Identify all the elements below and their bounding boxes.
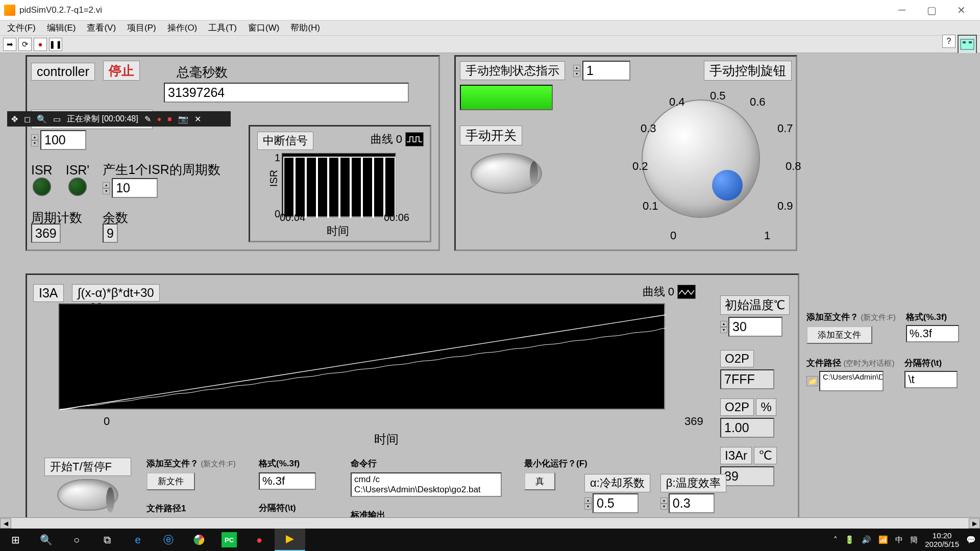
manual-status-stepper[interactable]: ▲▼: [573, 65, 580, 77]
tray-clock[interactable]: 10:20 2020/5/15: [925, 531, 959, 548]
fr-sep-label: 分隔符(\t): [904, 357, 958, 369]
fr-add-button[interactable]: 添加至文件: [806, 326, 872, 344]
formula-label: ∫(x-α)*β*dt+30: [72, 284, 160, 302]
newfile-button[interactable]: 新文件: [146, 472, 195, 490]
fmt-label: 格式(%.3f): [259, 458, 335, 469]
menu-operate[interactable]: 操作(O): [163, 21, 202, 35]
isr-xlabel: 时间: [327, 223, 349, 239]
i3ar-field: 89: [720, 466, 774, 486]
scroll-right-icon[interactable]: ▶: [969, 518, 980, 529]
workspace-scrollbar[interactable]: ◀ ▶: [0, 517, 980, 529]
tray-ime1[interactable]: 中: [895, 535, 903, 545]
tray-volume-icon[interactable]: 🔊: [862, 535, 871, 544]
recorder-camera-icon[interactable]: 📷: [178, 114, 188, 124]
play-switch-toggle[interactable]: [57, 479, 118, 511]
window-minimize-icon[interactable]: ─: [887, 1, 917, 20]
totalms-field[interactable]: 31397264: [164, 83, 409, 103]
o2pp-label: O2P: [720, 398, 754, 416]
menu-view[interactable]: 查看(V): [83, 21, 120, 35]
tray-notifications-icon[interactable]: 💬: [966, 535, 976, 544]
vi-icon[interactable]: [958, 35, 977, 54]
manual-knob[interactable]: [642, 99, 760, 218]
run-button[interactable]: ➡: [3, 38, 16, 51]
scale-08: 0.8: [786, 160, 801, 173]
minrun-button[interactable]: 真: [524, 472, 555, 490]
fr-add-label: 添加至文件？: [806, 312, 859, 322]
scroll-left-icon[interactable]: ◀: [0, 518, 11, 529]
tray-battery-icon[interactable]: 🔋: [845, 535, 854, 544]
main-xend: 369: [684, 415, 703, 428]
ie-icon[interactable]: ⓔ: [153, 529, 184, 551]
svg-rect-1: [963, 41, 966, 43]
i3ar-unit: ℃: [754, 447, 777, 464]
recorder-record-icon[interactable]: ●: [157, 115, 161, 123]
fmt-field[interactable]: %.3f: [259, 472, 316, 490]
recorder-close-icon[interactable]: ✕: [194, 114, 201, 124]
abort-button[interactable]: ●: [34, 38, 47, 51]
recorder-stop-icon[interactable]: ■: [167, 115, 172, 123]
tray-ime2[interactable]: 簡: [910, 535, 918, 545]
recorder-search-icon[interactable]: 🔍: [37, 114, 47, 124]
recorder-move-icon[interactable]: ✥: [11, 114, 18, 124]
alpha-field[interactable]: 0.5: [593, 493, 639, 513]
scale-01: 0.1: [643, 199, 658, 213]
tray-wifi-icon[interactable]: 📶: [878, 535, 888, 544]
edge-icon[interactable]: e: [122, 529, 153, 551]
fr-path-field[interactable]: C:\Users\Admin\Desktop\: [819, 371, 884, 391]
pause-button[interactable]: ❚❚: [49, 38, 62, 51]
main-legend-swatch: [677, 285, 696, 299]
manual-switch-toggle[interactable]: [471, 153, 542, 194]
chrome-icon[interactable]: [184, 529, 214, 551]
inittemp-field[interactable]: 30: [728, 317, 782, 337]
start-icon[interactable]: ⊞: [0, 529, 31, 551]
window-close-icon[interactable]: ✕: [946, 1, 976, 20]
recorder-box-icon[interactable]: ◻: [24, 114, 31, 124]
menu-tools[interactable]: 工具(T): [204, 21, 241, 35]
manual-control-panel: 手动控制状态指示 ▲▼ 1 手动控制旋钮 手动开关 0 0.1 0.2 0.3 …: [454, 55, 797, 251]
alpha-stepper[interactable]: ▲▼: [584, 497, 592, 510]
isr-chart-plot: [282, 153, 396, 217]
waitms-field[interactable]: 100: [40, 130, 86, 150]
labview-app-icon[interactable]: [275, 529, 305, 551]
inittemp-stepper[interactable]: ▲▼: [720, 321, 727, 333]
fr-fmt-field[interactable]: %.3f: [906, 325, 959, 342]
taskview-icon[interactable]: ⧉: [92, 529, 122, 551]
stop-button[interactable]: 停止: [103, 61, 140, 81]
waitms-stepper[interactable]: ▲▼: [31, 134, 38, 146]
genisr-label: 产生1个ISR的周期数: [103, 161, 220, 178]
beta-stepper[interactable]: ▲▼: [660, 497, 668, 510]
tray-chevron-icon[interactable]: ˄: [834, 535, 838, 544]
scale-0: 0: [670, 229, 676, 242]
fr-sep-field[interactable]: \t: [904, 371, 958, 388]
menu-file[interactable]: 文件(F): [3, 21, 40, 35]
floating-file-controls: 添加至文件？ (新文件:F) 添加至文件 格式(%.3f) %.3f 文件路径 …: [806, 311, 975, 405]
run-continuous-button[interactable]: ⟳: [18, 38, 32, 51]
cortana-icon[interactable]: ○: [61, 529, 92, 551]
menu-window[interactable]: 窗口(W): [244, 21, 283, 35]
context-help-icon[interactable]: ?: [942, 35, 955, 48]
search-icon[interactable]: 🔍: [31, 529, 61, 551]
window-maximize-icon[interactable]: ▢: [917, 1, 946, 20]
beta-field[interactable]: 0.3: [669, 493, 715, 513]
genisr-stepper[interactable]: ▲▼: [103, 182, 110, 194]
filepath-browse-icon[interactable]: 📁: [806, 376, 818, 386]
recorder-pencil-icon[interactable]: ✎: [144, 114, 151, 124]
main-xstart: 0: [104, 415, 110, 428]
toolbar: ➡ ⟳ ● ❚❚ ?: [0, 36, 980, 53]
o2pp-field: 1.00: [720, 418, 774, 438]
isr-chart: 中断信号 曲线 0 ISR 1 0 00:04 00:06 时间: [249, 125, 431, 242]
pycharm-icon[interactable]: PC: [222, 532, 237, 547]
menu-help[interactable]: 帮助(H): [286, 21, 324, 35]
isr-ymax: 1: [275, 152, 280, 164]
menu-edit[interactable]: 编辑(E): [43, 21, 80, 35]
recorder-app-icon[interactable]: ●: [244, 529, 275, 551]
menu-project[interactable]: 项目(P): [123, 21, 160, 35]
recorder-crop-icon[interactable]: ▭: [53, 114, 61, 124]
scale-04: 0.4: [669, 95, 685, 109]
alpha-label: α:冷却系数: [584, 474, 650, 492]
cmd-field[interactable]: cmd /c C:\Users\Admin\Desktop\go2.bat: [351, 472, 502, 497]
genisr-field[interactable]: 10: [112, 178, 158, 198]
fr-path-label: 文件路径: [806, 358, 841, 368]
screen-recording-overlay[interactable]: ✥ ◻ 🔍 ▭ 正在录制 [00:00:48] ✎ ● ■ 📷 ✕: [7, 111, 231, 127]
isr-xend: 00:06: [384, 212, 409, 223]
